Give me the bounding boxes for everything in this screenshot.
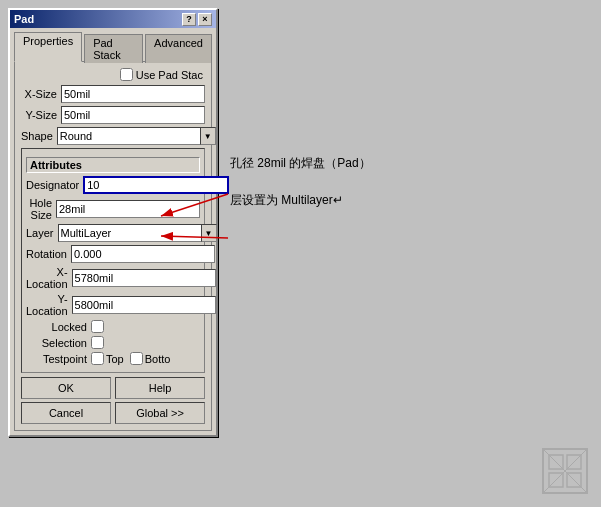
- shape-label: Shape: [21, 130, 57, 142]
- layer-dropdown-btn[interactable]: ▼: [201, 224, 217, 242]
- btn-row-2: Cancel Global >>: [21, 402, 205, 424]
- rotation-row: Rotation: [26, 245, 200, 263]
- testpoint-bottom-checkbox[interactable]: [130, 352, 143, 365]
- xlocation-label: X-Location: [26, 266, 72, 290]
- hole-size-label: Hole Size: [26, 197, 56, 221]
- selection-checkbox[interactable]: [91, 336, 104, 349]
- layer-row: Layer ▼: [26, 224, 200, 242]
- rotation-input[interactable]: [71, 245, 215, 263]
- shape-dropdown-btn[interactable]: ▼: [200, 127, 216, 145]
- designator-row: Designator: [26, 176, 200, 194]
- ysize-label: Y-Size: [21, 109, 61, 121]
- annotation-line2: 层设置为 Multilayer↵: [230, 192, 371, 209]
- hole-size-input[interactable]: [56, 200, 200, 218]
- window-title: Pad: [14, 13, 34, 25]
- attributes-section: Attributes Designator Hole Size Layer: [21, 148, 205, 373]
- tab-bar: Properties Pad Stack Advanced: [10, 28, 216, 61]
- ylocation-row: Y-Location: [26, 293, 200, 317]
- testpoint-top-label: Top: [106, 353, 124, 365]
- testpoint-bottom-label: Botto: [145, 353, 171, 365]
- dialog-content: Use Pad Stac X-Size Y-Size Shape ▼: [14, 61, 212, 431]
- use-pad-stac-row: Use Pad Stac: [21, 68, 205, 81]
- cancel-button[interactable]: Cancel: [21, 402, 111, 424]
- watermark: [541, 447, 589, 495]
- xsize-row: X-Size: [21, 85, 205, 103]
- global-button[interactable]: Global >>: [115, 402, 205, 424]
- use-pad-stac-checkbox[interactable]: [120, 68, 133, 81]
- hole-size-row: Hole Size: [26, 197, 200, 221]
- help-button[interactable]: ?: [182, 13, 196, 26]
- ysize-input[interactable]: [61, 106, 205, 124]
- annotations-area: 孔径 28mil 的焊盘（Pad） 层设置为 Multilayer↵: [230, 155, 371, 209]
- layer-dropdown: ▼: [58, 224, 217, 242]
- xlocation-input[interactable]: [72, 269, 216, 287]
- testpoint-row: Testpoint Top Botto: [26, 352, 200, 365]
- locked-label: Locked: [26, 321, 91, 333]
- xsize-input[interactable]: [61, 85, 205, 103]
- btn-row-1: OK Help: [21, 377, 205, 399]
- rotation-label: Rotation: [26, 248, 71, 260]
- locked-row: Locked: [26, 320, 200, 333]
- locked-checkbox[interactable]: [91, 320, 104, 333]
- title-bar-buttons: ? ×: [182, 13, 212, 26]
- attributes-header: Attributes: [26, 157, 200, 173]
- ylocation-label: Y-Location: [26, 293, 72, 317]
- shape-dropdown: ▼: [57, 127, 216, 145]
- shape-input[interactable]: [57, 127, 200, 145]
- designator-label: Designator: [26, 179, 83, 191]
- xlocation-row: X-Location: [26, 266, 200, 290]
- close-button[interactable]: ×: [198, 13, 212, 26]
- use-pad-stac-label: Use Pad Stac: [120, 68, 203, 81]
- pad-dialog: Pad ? × Properties Pad Stack Advanced: [8, 8, 218, 437]
- selection-label: Selection: [26, 337, 91, 349]
- ok-button[interactable]: OK: [21, 377, 111, 399]
- annotation-line1: 孔径 28mil 的焊盘（Pad）: [230, 155, 371, 172]
- tab-advanced[interactable]: Advanced: [145, 34, 212, 63]
- shape-row: Shape ▼: [21, 127, 205, 145]
- testpoint-label: Testpoint: [26, 353, 91, 365]
- layer-label: Layer: [26, 227, 58, 239]
- xsize-label: X-Size: [21, 88, 61, 100]
- layer-input[interactable]: [58, 224, 201, 242]
- page-wrapper: Pad ? × Properties Pad Stack Advanced: [0, 0, 601, 507]
- tab-properties[interactable]: Properties: [14, 32, 82, 62]
- tab-pad-stack[interactable]: Pad Stack: [84, 34, 143, 63]
- testpoint-top-checkbox[interactable]: [91, 352, 104, 365]
- designator-input[interactable]: [83, 176, 229, 194]
- selection-row: Selection: [26, 336, 200, 349]
- ysize-row: Y-Size: [21, 106, 205, 124]
- help-dialog-button[interactable]: Help: [115, 377, 205, 399]
- ylocation-input[interactable]: [72, 296, 216, 314]
- title-bar: Pad ? ×: [10, 10, 216, 28]
